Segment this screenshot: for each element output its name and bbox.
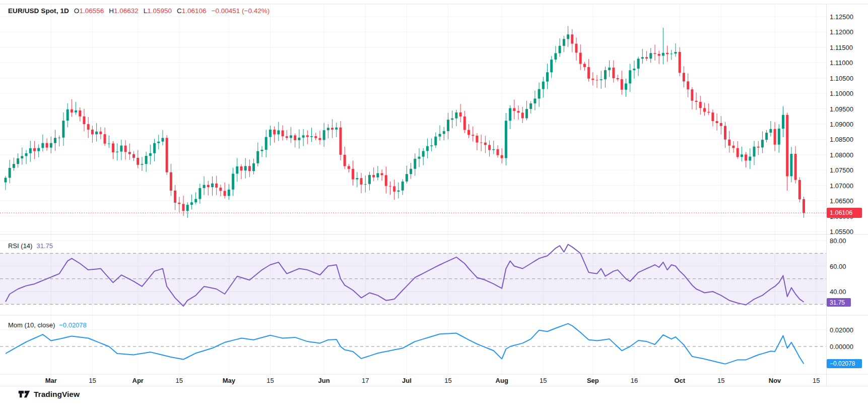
chart-plot-area[interactable] <box>0 0 868 405</box>
price-tick-label: 1.11500 <box>830 43 853 51</box>
rsi-tick-label: 40.00 <box>830 288 846 296</box>
price-tick-label: 1.10000 <box>830 90 853 97</box>
rsi-value: 31.75 <box>36 242 53 250</box>
time-tick-label: 15 <box>540 377 547 384</box>
time-axis[interactable]: Mar15Apr15May15Jun17Jul15Aug15Sep16Oct15… <box>0 374 826 386</box>
time-tick-label: 16 <box>631 377 638 384</box>
tradingview-logo[interactable]: TradingView <box>18 389 80 399</box>
momentum-value-badge: −0.02078 <box>827 359 862 368</box>
rsi-pane-label[interactable]: RSI (14) 31.75 <box>8 242 53 250</box>
time-tick-label: 15 <box>89 377 96 384</box>
symbol-header: EUR/USD Spot, 1D O1.06556 H1.06632 L1.05… <box>8 7 270 15</box>
time-tick-label: 15 <box>266 377 274 384</box>
price-tick-label: 1.12000 <box>830 28 853 36</box>
time-tick-label: 15 <box>176 377 183 384</box>
tradingview-logo-icon <box>18 389 30 399</box>
last-price-badge: 1.06106 <box>827 208 862 218</box>
price-tick-label: 1.11000 <box>830 59 853 67</box>
price-tick-label: 1.10500 <box>830 74 853 82</box>
mom-tick-label: 0.00000 <box>830 343 853 351</box>
rsi-title: RSI (14) <box>8 242 32 250</box>
tradingview-chart: EUR/USD Spot, 1D O1.06556 H1.06632 L1.05… <box>0 0 868 405</box>
price-tick-label: 1.05500 <box>830 228 853 236</box>
price-tick-label: 1.06500 <box>830 197 853 205</box>
symbol-title[interactable]: EUR/USD Spot, 1D <box>8 7 69 15</box>
price-tick-label: 1.12500 <box>830 13 853 21</box>
logo-text: TradingView <box>34 390 80 399</box>
time-tick-label: 15 <box>444 377 451 384</box>
ohlc-open: O1.06556 <box>74 7 104 15</box>
price-tick-label: 1.07000 <box>830 182 853 189</box>
price-tick-label: 1.08500 <box>830 136 853 143</box>
time-tick-label: 15 <box>717 377 724 384</box>
ohlc-low: L1.05950 <box>144 7 172 15</box>
candles <box>5 26 806 218</box>
rsi-tick-label: 60.00 <box>830 262 846 270</box>
change-value: −0.00451 (−0.42%) <box>212 7 270 15</box>
time-tick-label: Sep <box>587 377 599 384</box>
momentum-title: Mom (10, close) <box>8 321 55 329</box>
time-tick-label: Jun <box>318 377 330 384</box>
ohlc-close: C1.06106 <box>177 7 207 15</box>
price-tick-label: 1.08000 <box>830 151 853 158</box>
rsi-tick-label: 80.00 <box>830 237 846 245</box>
time-tick-label: Mar <box>45 377 57 384</box>
momentum-pane-label[interactable]: Mom (10, close) −0.02078 <box>8 321 87 329</box>
price-tick-label: 1.09000 <box>830 121 853 128</box>
time-tick-label: Oct <box>674 377 685 384</box>
time-tick-label: 17 <box>362 377 369 384</box>
ohlc-high: H1.06632 <box>109 7 139 15</box>
time-tick-label: May <box>223 377 235 384</box>
time-tick-label: 15 <box>813 377 820 384</box>
time-tick-label: Aug <box>496 377 508 384</box>
price-axis[interactable]: 1.125001.120001.115001.110001.105001.100… <box>827 4 868 374</box>
rsi-value-badge: 31.75 <box>827 298 851 307</box>
time-tick-label: Nov <box>769 377 781 384</box>
time-tick-label: Apr <box>132 377 144 384</box>
price-tick-label: 1.07500 <box>830 166 853 174</box>
price-tick-label: 1.09500 <box>830 105 853 112</box>
time-tick-label: Jul <box>402 377 412 384</box>
mom-tick-label: 0.02000 <box>830 326 853 334</box>
momentum-value: −0.02078 <box>59 321 87 329</box>
